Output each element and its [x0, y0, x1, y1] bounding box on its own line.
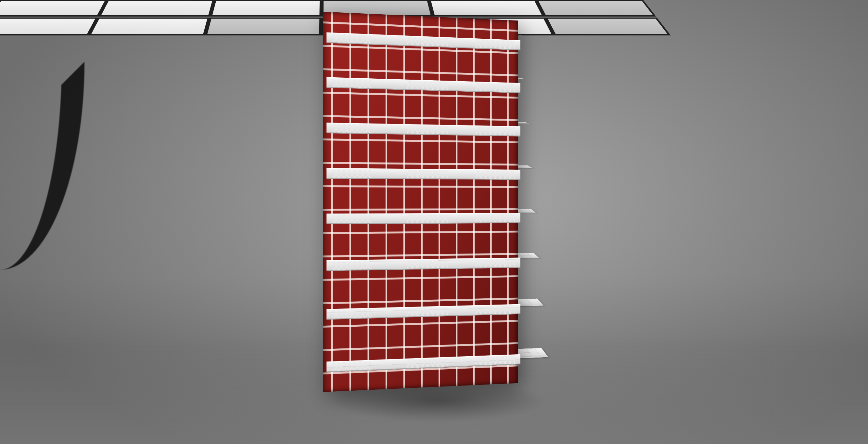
bracket-truss [475, 356, 515, 365]
bracket-truss [407, 260, 447, 269]
skylight-pane [210, 0, 321, 17]
bracket-truss [332, 79, 371, 88]
shelf-bracket-bar [327, 258, 520, 271]
shelf-plate [325, 209, 536, 213]
bracket-truss [407, 214, 447, 223]
bracket-truss [407, 170, 447, 178]
skylight-pane [545, 18, 671, 35]
shelf-row [323, 72, 518, 93]
bracket-truss [475, 214, 515, 222]
shelf-bracket-bar [327, 32, 520, 50]
shelf-plate [325, 164, 533, 168]
bracket-truss [475, 305, 515, 315]
render-scene [0, 0, 868, 444]
bracket-truss [332, 261, 371, 270]
bracket-truss [332, 361, 371, 371]
bracket-truss [332, 124, 371, 133]
skylight-pane [98, 0, 214, 17]
skylight-pane [0, 18, 98, 35]
pegboard-panel [323, 12, 518, 392]
bracket-truss [407, 81, 447, 90]
shelf-bracket-bar [327, 304, 520, 320]
bracket-truss [332, 169, 371, 178]
skylight-pane [0, 0, 107, 17]
shelf-row [323, 253, 518, 271]
skylight-pane [88, 18, 210, 35]
shelf-bracket-bar [327, 122, 520, 137]
shelf-bracket-bar [327, 77, 520, 93]
shelf-row [323, 208, 518, 224]
skylight-pane [536, 0, 656, 17]
skylight-pane [205, 18, 321, 35]
shelf-row [323, 27, 518, 50]
bracket-truss [475, 171, 515, 179]
shelf-bracket-bar [327, 168, 520, 180]
shelf-row [323, 118, 518, 137]
bracket-truss [407, 358, 447, 368]
bracket-truss [332, 34, 371, 44]
bracket-truss [407, 37, 447, 47]
product-shadow [312, 384, 565, 442]
bracket-truss [475, 127, 515, 136]
shelf-row [323, 350, 518, 373]
shelf-row [323, 163, 518, 180]
bracket-truss [407, 125, 447, 135]
shelf-row [323, 299, 518, 320]
bracket-truss [407, 307, 447, 317]
bracket-truss [475, 40, 515, 50]
shelf-bracket-bar [327, 213, 520, 224]
pegboard-assembly [323, 12, 525, 392]
bracket-truss [332, 309, 371, 319]
shelf-bracket-bar [327, 354, 520, 373]
bracket-truss [332, 215, 371, 223]
bracket-truss [475, 259, 515, 268]
bracket-truss [475, 83, 515, 92]
backdrop-edge [0, 62, 85, 270]
